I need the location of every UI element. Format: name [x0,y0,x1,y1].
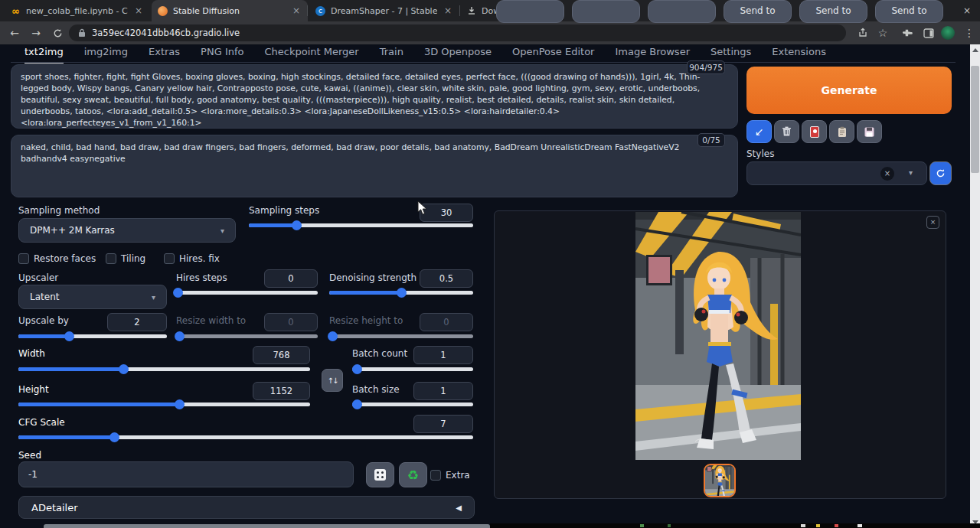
chevron-down-icon[interactable]: ▾ [909,168,913,177]
dice-icon [374,469,386,481]
restore-faces-checkbox[interactable] [18,253,29,264]
tab-png-info[interactable]: PNG Info [201,46,243,64]
slider-thumb[interactable] [64,331,74,341]
prompt-input[interactable]: sport shoes, fighter, fight, fight Glove… [11,64,738,129]
tab-openpose-editor[interactable]: OpenPose Editor [512,46,594,64]
tab-close-icon[interactable]: × [133,5,144,16]
read-params-button[interactable]: ↙ [746,120,772,143]
slider-thumb[interactable] [173,288,183,298]
tab-image-browser[interactable]: Image Browser [615,46,690,64]
sampling-steps-slider[interactable] [249,223,473,227]
tab-checkpoint-merger[interactable]: Checkpoint Merger [264,46,358,64]
batch-size-value[interactable]: 1 [413,382,473,400]
seed-input[interactable]: -1 [18,461,354,487]
prompt-token-counter: 904/975 [687,60,725,74]
url-text: 3a59ec42041dbb46cb.gradio.live [92,28,240,38]
upscale-by-slider[interactable] [18,334,167,338]
output-button-save[interactable] [496,0,564,23]
back-icon[interactable]: ← [6,24,23,41]
video-letterbox-bar [490,523,980,528]
send-to-img2img-button[interactable]: Send to [724,0,792,23]
random-seed-button[interactable] [366,462,394,487]
slider-thumb[interactable] [352,364,362,374]
negative-prompt-input[interactable]: naked, child, bad hand, bad draw, bad dr… [11,135,738,197]
accordion-collapse-icon: ◀ [456,504,462,512]
swap-dimensions-button[interactable]: ↑↓ [322,369,343,392]
height-slider[interactable] [18,403,310,406]
apply-style-button[interactable] [829,120,854,143]
denoising-value[interactable]: 0.5 [420,269,473,288]
height-value[interactable]: 1152 [253,382,310,400]
resize-width-label: Resize width to [176,315,246,326]
batch-count-value[interactable]: 1 [413,346,473,364]
forward-icon[interactable]: → [28,24,44,41]
tiling-checkbox[interactable] [106,253,116,264]
tab-close-icon[interactable]: × [291,5,302,16]
tab-3d-openpose[interactable]: 3D Openpose [424,46,492,64]
styles-clear-icon[interactable]: × [880,167,894,181]
upscaler-dropdown[interactable]: Latent ▾ [18,285,167,309]
sampling-method-dropdown[interactable]: DPM++ 2M Karras ▾ [18,218,236,243]
address-bar[interactable]: 3a59ec42041dbb46cb.gradio.live [69,24,846,41]
output-button-3[interactable] [648,0,716,23]
slider-thumb[interactable] [292,220,302,230]
upscale-by-value[interactable]: 2 [107,313,167,331]
cfg-scale-slider[interactable] [18,435,473,439]
width-value[interactable]: 768 [253,346,310,364]
browser-tab-colab[interactable]: ∞ new_colab_file.ipynb - Colaborat × [5,0,150,21]
clear-prompt-button[interactable] [774,120,799,143]
output-image-panel: × [494,210,946,499]
reuse-seed-button[interactable]: ♻ [399,462,427,487]
kebab-menu-icon[interactable]: ⋮ [962,26,977,40]
slider-thumb[interactable] [175,399,185,409]
gallery-thumbnail-selected[interactable] [704,464,736,497]
width-slider[interactable] [18,367,310,371]
tab-extensions[interactable]: Extensions [772,46,826,64]
batch-size-slider[interactable] [352,403,473,406]
send-to-inpaint-button[interactable]: Send to [799,0,867,23]
tab-img2img[interactable]: img2img [84,46,128,64]
tab-close-icon[interactable]: × [443,5,453,16]
refresh-icon [936,168,946,178]
scrollbar-thumb[interactable] [971,66,979,173]
batch-count-slider[interactable] [352,367,473,371]
extra-seed-checkbox[interactable] [430,470,441,481]
page-scrollbar[interactable] [970,44,980,528]
save-style-button[interactable] [857,120,882,143]
resize-width-slider [176,334,318,338]
image-close-icon[interactable]: × [926,216,939,229]
slider-thumb[interactable] [119,364,129,374]
subtitle-fragment [816,524,820,527]
bookmark-star-icon[interactable]: ☆ [875,26,890,40]
generate-button[interactable]: Generate [746,67,952,114]
adetailer-accordion[interactable]: ADetailer ◀ [18,496,475,519]
slider-thumb[interactable] [397,288,407,298]
resize-height-value: 0 [420,313,473,331]
tab-extras[interactable]: Extras [149,46,180,64]
cfg-scale-value[interactable]: 7 [413,415,473,433]
hires-fix-checkbox[interactable] [164,253,175,264]
refresh-styles-button[interactable] [929,161,952,185]
hires-steps-slider[interactable] [176,291,318,295]
generated-image[interactable] [635,212,801,460]
send-to-extras-button[interactable]: Send to [875,0,943,23]
slider-thumb[interactable] [352,399,362,409]
extra-networks-button[interactable] [802,120,827,143]
tab-train[interactable]: Train [380,46,403,64]
profile-avatar[interactable] [940,26,956,40]
extensions-puzzle-icon[interactable] [900,26,915,40]
denoising-slider[interactable] [329,291,473,295]
side-panel-icon[interactable] [921,26,936,40]
share-icon[interactable] [855,26,871,40]
output-button-zip[interactable] [572,0,640,23]
styles-dropdown[interactable]: × ▾ [746,161,927,185]
browser-tab-dreamshaper[interactable]: c DreamShaper - 7 | Stable Diffusi × [309,0,459,21]
close-window-button[interactable]: × [954,0,980,21]
browser-tab-stable-diffusion[interactable]: Stable Diffusion × [152,0,308,21]
scroll-up-icon[interactable] [970,44,980,56]
tab-txt2img[interactable]: txt2img [24,46,64,64]
hires-steps-value[interactable]: 0 [264,269,318,288]
adetailer-label: ADetailer [31,502,456,513]
reload-icon[interactable] [49,24,66,41]
slider-thumb[interactable] [109,432,119,442]
